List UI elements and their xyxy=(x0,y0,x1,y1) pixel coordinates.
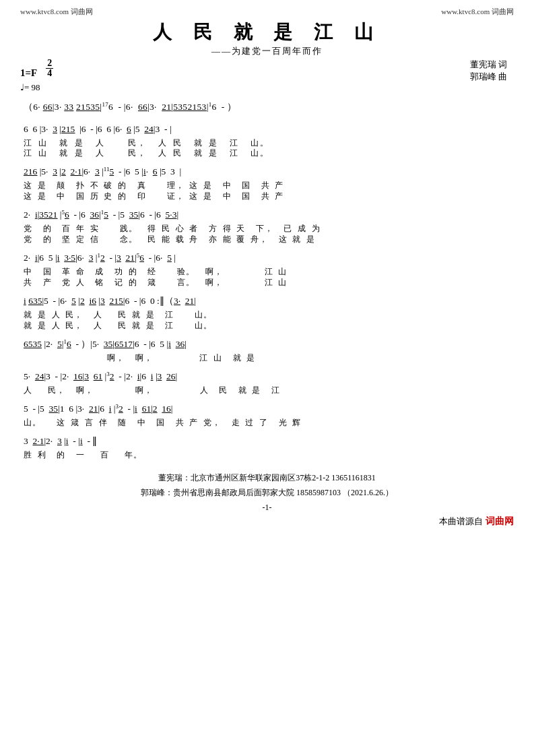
row1-notation: 6 6 |3· 3 |215 |6 - |6 6 |6· 6 |5 24|3 -… xyxy=(24,120,510,138)
row8-lyrics1: 山。 这 箴 言 伴 随 中 国 共 产 党， 走 过 了 光 辉 xyxy=(24,418,510,428)
intro-notation: （6· 66|3· 33 21535|176 - |6· 66|3· 21|53… xyxy=(24,98,510,116)
watermark-text: 本曲谱源自 xyxy=(439,515,483,528)
row6-lyrics1: 啊， 啊， 江 山 就 是 xyxy=(24,353,510,363)
row4-lyrics1: 中 国 革 命 成 功 的 经 验。 啊， 江 山 xyxy=(24,267,510,277)
row9-lyrics1: 胜 利 的 一 百 年。 xyxy=(24,450,510,460)
footer-line2: 郭瑞峰：贵州省思南县邮政局后面郭家大院 18585987103 （2021.6.… xyxy=(20,486,514,501)
row1-lyrics1: 江 山 就 是 人 民， 人 民 就 是 江 山。 xyxy=(24,138,510,148)
footer-line1: 董宪瑞：北京市通州区新华联家园南区37栋2-1-2 13651161831 xyxy=(20,471,514,486)
row2-notation: 216 |5· 3 |2 2·1|6· 3 |115 - |6 5 |i· 6 … xyxy=(24,162,510,181)
row6-notation: 6535 |2· 5|16 - ）|5· 35|6517|6 - |6 5 |i… xyxy=(24,335,510,353)
row5-notation: i 635|5 - |6· 5 |2 i6 |3 215|6 - |6 0 :‖… xyxy=(24,292,510,310)
row5-lyrics1: 就 是 人 民， 人 民 就 是 江 山。 xyxy=(24,310,510,320)
row2-lyrics2: 这 是 中 国 历 史 的 印 证， 这 是 中 国 共 产 xyxy=(24,191,510,201)
row4-lyrics2: 共 产 党 人 铭 记 的 箴 言。 啊， 江 山 xyxy=(24,278,510,288)
row3-lyrics2: 党 的 坚 定 信 念。 民 能 载 舟 亦 能 覆 舟， 这 就 是 xyxy=(24,234,510,245)
header-left: www.ktvc8.com 词曲网 xyxy=(20,7,93,17)
key: 1=F xyxy=(20,67,37,78)
row1-lyrics2: 江 山 就 是 人 民， 人 民 就 是 江 山。 xyxy=(24,148,510,158)
row3: 2· i|3521 |56 - |6 36|15 - |5 35|6 - |6 … xyxy=(24,206,510,245)
row2: 216 |5· 3 |2 2·1|6· 3 |115 - |6 5 |i· 6 … xyxy=(24,162,510,201)
page: www.ktvc8.com 词曲网 www.ktvc8.com 词曲网 人 民 … xyxy=(0,0,534,756)
row4: 2· i|6 5 |i 3·5|6· 3 |12 - |3 21|56 - |6… xyxy=(24,249,510,288)
row3-notation: 2· i|3521 |56 - |6 36|15 - |5 35|6 - |6 … xyxy=(24,206,510,224)
row6: 6535 |2· 5|16 - ）|5· 35|6517|6 - |6 5 |i… xyxy=(24,335,510,363)
top-info: 1=F 2 4 ♩= 98 董宪瑞 词 郭瑞峰 曲 xyxy=(20,59,514,95)
row9: 3 2·1|2· 3 |i - |i - ‖ 胜 利 的 一 百 年。 xyxy=(24,432,510,460)
intro-row: （6· 66|3· 33 21535|176 - |6· 66|3· 21|53… xyxy=(24,98,510,116)
row4-notation: 2· i|6 5 |i 3·5|6· 3 |12 - |3 21|56 - |6… xyxy=(24,249,510,267)
page-number: -1- xyxy=(20,503,514,513)
tempo-display: ♩= 98 xyxy=(20,81,53,95)
row3-lyrics1: 党 的 百 年 实 践。 得 民 心 者 方 得 天 下， 已 成 为 xyxy=(24,224,510,234)
lyricist: 董宪瑞 词 xyxy=(470,59,507,71)
composer-section: 董宪瑞 词 郭瑞峰 曲 xyxy=(470,59,507,83)
row1: 6 6 |3· 3 |215 |6 - |6 6 |6· 6 |5 24|3 -… xyxy=(24,120,510,158)
row7: 5· 24|3 - |2· 16|3 61 |32 - |2· i|6 i |3… xyxy=(24,367,510,396)
score-content: （6· 66|3· 33 21535|176 - |6· 66|3· 21|53… xyxy=(20,98,514,460)
row9-notation: 3 2·1|2· 3 |i - |i - ‖ xyxy=(24,432,510,450)
watermark-bottom: 本曲谱源自 词曲网 xyxy=(20,515,514,528)
row5: i 635|5 - |6· 5 |2 i6 |3 215|6 - |6 0 :‖… xyxy=(24,292,510,331)
row2-lyrics1: 这 是 颠 扑 不 破 的 真 理， 这 是 中 国 共 产 xyxy=(24,181,510,191)
row8: 5 - |5 35|1 6 |3· 21|6 i |32 - |i 61|2 1… xyxy=(24,400,510,428)
key-tempo: 1=F 2 4 ♩= 98 xyxy=(20,59,53,95)
footer-info: 董宪瑞：北京市通州区新华联家园南区37栋2-1-2 13651161831 郭瑞… xyxy=(20,471,514,500)
subtitle: ——为建党一百周年而作 xyxy=(20,45,514,57)
time-sig: 2 4 xyxy=(46,68,53,78)
composer-name: 郭瑞峰 曲 xyxy=(470,71,507,83)
main-title: 人 民 就 是 江 山 xyxy=(20,20,514,45)
row7-lyrics1: 人 民， 啊， 啊， 人 民 就 是 江 xyxy=(24,385,510,396)
key-display: 1=F 2 4 xyxy=(20,59,53,81)
brand-name: 词曲网 xyxy=(486,515,514,528)
header-bar: www.ktvc8.com 词曲网 www.ktvc8.com 词曲网 xyxy=(20,7,514,17)
row8-notation: 5 - |5 35|1 6 |3· 21|6 i |32 - |i 61|2 1… xyxy=(24,400,510,418)
title-section: 人 民 就 是 江 山 ——为建党一百周年而作 xyxy=(20,20,514,57)
row7-notation: 5· 24|3 - |2· 16|3 61 |32 - |2· i|6 i |3… xyxy=(24,367,510,385)
row5-lyrics2: 就 是 人 民， 人 民 就 是 江 山。 xyxy=(24,321,510,331)
header-right: www.ktvc8.com 词曲网 xyxy=(441,7,514,17)
